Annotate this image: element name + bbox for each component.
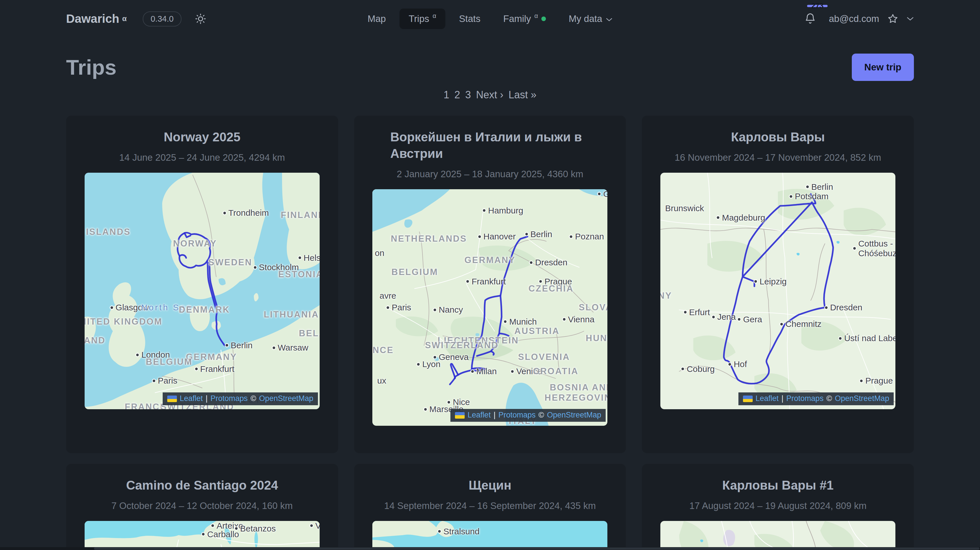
map-city-label: Nancy	[434, 305, 463, 315]
map-attribution: Leaflet|Protomaps©OpenStreetMap	[163, 392, 318, 405]
map-city-label: Betanzos	[235, 524, 276, 534]
map-city-label: Ústí nad Labem	[839, 333, 896, 343]
city-dot	[681, 368, 684, 370]
map-region-label: FINLAND	[281, 210, 320, 220]
city-dot	[483, 209, 485, 212]
map-region-label: LAND	[84, 335, 106, 346]
pagination-page-2[interactable]: 2	[454, 89, 460, 101]
trip-card[interactable]: Norway 202514 June 2025 – 24 June 2025, …	[66, 116, 338, 453]
pagination-last[interactable]: Last »	[509, 89, 536, 101]
map-city-label: Jena	[712, 312, 736, 322]
pagination-page-3[interactable]: 3	[465, 89, 471, 101]
map-region-label: UNITED KINGDOM	[84, 317, 162, 327]
city-dot	[853, 247, 856, 250]
nav-item-stats[interactable]: Stats	[450, 8, 490, 29]
city-dot	[466, 280, 469, 283]
scrollbar-thumb[interactable]	[94, 547, 980, 550]
map-city-label: Berlin	[226, 341, 253, 350]
user-email[interactable]: ab@cd.com	[829, 13, 879, 24]
map-city-label: Magdeburg	[717, 213, 765, 223]
trip-map[interactable]: Stralsund	[372, 521, 608, 550]
app-name: Dawarich	[66, 12, 119, 26]
city-dot	[754, 280, 757, 283]
trip-map[interactable]: BerlinPotsdamBrunswickMagdeburgCottbus -…	[660, 173, 896, 409]
map-city-label: Paris	[153, 376, 177, 386]
leaflet-link[interactable]: Leaflet	[468, 411, 490, 419]
map-region-label: CZECHIA	[528, 284, 574, 294]
map-city-label: Paris	[387, 303, 411, 312]
map-canvas	[372, 521, 608, 550]
map-city-label: Leipzig	[754, 277, 787, 286]
trip-card[interactable]: Camino de Santiago 20247 October 2024 – …	[66, 464, 338, 550]
trip-map[interactable]: ArteixoBetanzosVilaCarballo	[84, 521, 320, 550]
map-region-label: SWEDEN	[208, 257, 252, 268]
city-dot	[223, 212, 226, 214]
map-attribution: Leaflet|Protomaps©OpenStreetMap	[738, 392, 894, 405]
protomaps-link[interactable]: Protomaps	[210, 394, 248, 403]
map-region-label: LITHUANIA	[264, 309, 319, 320]
city-dot	[111, 306, 113, 309]
trip-card[interactable]: Карловы Вары16 November 2024 – 17 Novemb…	[642, 116, 914, 453]
user-menu-button[interactable]	[907, 16, 914, 21]
city-dot	[471, 370, 474, 373]
trip-title: Щецин	[469, 477, 511, 494]
leaflet-link[interactable]: Leaflet	[756, 394, 779, 403]
map-region-label: DENMARK	[179, 304, 230, 315]
trip-title: Карловы Вары #1	[722, 477, 834, 494]
protomaps-link[interactable]: Protomaps	[498, 411, 536, 419]
trip-map[interactable]: GdHamburgBerlinPoznanHanoverNETHERLANDSo…	[372, 189, 608, 426]
map-city-label: Vienna	[563, 315, 595, 324]
osm-link[interactable]: OpenStreetMap	[259, 394, 313, 403]
map-region-label: ESTONIA	[278, 269, 320, 279]
new-trip-button[interactable]: New trip	[852, 54, 914, 81]
city-dot	[539, 280, 542, 283]
map-region-label: SLOVENIA	[518, 352, 570, 362]
trip-card[interactable]: Щецин14 September 2024 – 16 September 20…	[354, 464, 626, 550]
city-dot	[478, 235, 481, 238]
trip-map[interactable]	[660, 521, 896, 550]
nav-item-family[interactable]: Family α	[494, 8, 555, 29]
nav-item-my-data[interactable]: My data	[560, 8, 621, 29]
sun-icon	[194, 21, 207, 26]
map-city-label: Coburg	[681, 364, 714, 374]
favorite-button[interactable]	[887, 13, 899, 24]
city-dot	[212, 524, 214, 527]
theme-toggle-button[interactable]	[194, 13, 207, 25]
map-city-label: Carballo	[202, 529, 239, 539]
osm-link[interactable]: OpenStreetMap	[547, 411, 601, 419]
trip-map[interactable]: E ISLANDSTrondheimFINLANDNORWAYHelsinSWE…	[84, 173, 320, 409]
map-region-label: NETHERLANDS	[391, 234, 467, 244]
trip-dates: 2 January 2025 – 18 January 2025, 4360 k…	[371, 169, 609, 180]
map-city-label: Erfurt	[684, 308, 710, 317]
map-region-label: NY	[660, 291, 672, 301]
city-dot	[839, 337, 842, 340]
map-city-label: Dresden	[530, 258, 567, 267]
chevron-down-icon	[606, 13, 612, 24]
app-logo[interactable]: Dawarich α	[66, 12, 127, 26]
protomaps-link[interactable]: Protomaps	[786, 394, 824, 403]
trips-grid: Norway 202514 June 2025 – 24 June 2025, …	[66, 116, 914, 550]
nav-item-map[interactable]: Map	[358, 8, 395, 29]
trip-card[interactable]: Карловы Вары #117 August 2024 – 19 Augus…	[642, 464, 914, 550]
pagination-next[interactable]: Next ›	[476, 89, 503, 101]
trip-dates: 14 September 2024 – 16 September 2024, 4…	[371, 501, 609, 511]
osm-link[interactable]: OpenStreetMap	[835, 394, 889, 403]
map-city-label: Vila	[310, 521, 320, 531]
nav-item-trips[interactable]: Trips α	[399, 8, 445, 29]
horizontal-scrollbar[interactable]	[0, 547, 980, 550]
map-city-label: Warsaw	[273, 343, 308, 352]
trip-title: Воркейшен в Италии и лыжи в Австрии	[390, 129, 590, 162]
map-region-label: GERMANY	[186, 352, 237, 362]
trip-card[interactable]: Воркейшен в Италии и лыжи в Австрии2 Jan…	[354, 116, 626, 453]
map-region-label: HUNG	[586, 333, 608, 343]
pagination-page-1[interactable]: 1	[444, 89, 449, 101]
map-region-label: SLOVA	[579, 302, 608, 312]
notifications-button[interactable]: 273	[804, 12, 816, 26]
map-city-label: Munich	[504, 317, 537, 327]
star-icon	[887, 21, 899, 26]
online-status-dot	[541, 16, 546, 21]
leaflet-link[interactable]: Leaflet	[180, 394, 203, 403]
city-dot	[717, 216, 719, 219]
city-dot	[860, 379, 862, 382]
trip-title: Camino de Santiago 2024	[126, 477, 278, 494]
